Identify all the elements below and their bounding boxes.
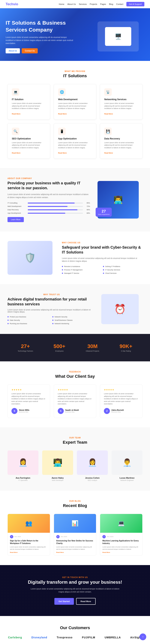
digital-label: WHY TRUST US [7, 294, 96, 296]
dt-feature-text-4: Running your Business [10, 323, 27, 324]
solutions-label: WHAT WE PROVIDE [7, 70, 143, 72]
blog-date-1: Nov 2024 [61, 536, 67, 538]
learn-more-button[interactable]: Learn More [7, 217, 24, 222]
solution-desc-4: Lorem ipsum dolor sit amet consectetur a… [58, 142, 92, 149]
author-name-0: Stevie Wills [19, 409, 29, 411]
progress-label-3: App Development [7, 212, 26, 214]
testimonial-text-2: Lorem ipsum dolor sit amet consectetur a… [104, 392, 139, 405]
dt-feature-5: Network Monitoring [52, 323, 96, 324]
solution-title-5: Data Recovery [104, 137, 138, 140]
progress-track-3 [28, 213, 83, 214]
nav-blog[interactable]: Blog [109, 3, 113, 5]
blog-date-0: Nov 2024 [14, 536, 21, 538]
stars-2: ★★★★★ [104, 388, 139, 391]
cyber-dot-2 [62, 269, 63, 270]
blog-image-0: 👥 [8, 514, 50, 533]
author-info-0: Stevie Wills Business Man [19, 409, 29, 413]
dt-feature-4: Running your Business [7, 323, 51, 324]
progress-fill-0 [28, 202, 75, 204]
solution-icon-4: 📱 [58, 128, 66, 135]
solution-title-0: IT Solution [12, 98, 46, 101]
blog-post-desc-0: Lorem ipsum dolor sit amet consectetur a… [10, 546, 48, 550]
dt-dot-2 [7, 320, 9, 321]
digital-description: Lorem ipsum dolor sit amet consectetur a… [7, 309, 96, 313]
blog-read-0[interactable]: Read More [10, 552, 48, 553]
solution-desc-1: Lorem ipsum dolor sit amet consectetur a… [58, 102, 92, 110]
nav-pages[interactable]: Pages [100, 3, 106, 5]
cta-label: GET IN TOUCH WITH US [7, 576, 143, 578]
nav-home[interactable]: Home [59, 3, 64, 5]
dt-feature-0: Protect your Business [7, 316, 51, 318]
author-2: Z Zahra Burnett Business Man [104, 408, 139, 414]
stat-1: 500+ Employees [53, 343, 65, 352]
cyber-label: WHY CHOOSE US [62, 242, 143, 244]
dt-dot-5 [52, 323, 53, 324]
solution-icon-2: 📡 [104, 88, 112, 96]
cyber-content: WHY CHOOSE US Safeguard your brand with … [62, 242, 143, 274]
blog-date-2: Nov 2024 [107, 536, 113, 538]
blog-section: OUR BLOG Recent Blog 👥 A Nov 2024 Sign U… [0, 491, 150, 565]
nav-projects[interactable]: Projects [90, 3, 97, 5]
customers-title: Our Customers [7, 626, 143, 630]
solution-link-4[interactable]: Read More [58, 152, 67, 154]
nav-about[interactable]: About Us [67, 3, 76, 5]
cyber-illustration: 🛡️ [7, 241, 56, 275]
hero-about-button[interactable]: About Us [6, 48, 20, 53]
blog-read-1[interactable]: Read More [56, 552, 94, 553]
dt-feature-text-2: Data Security [10, 319, 20, 321]
cta-read-more-button[interactable]: Read More [76, 598, 96, 605]
scroll-top-button[interactable]: ↑ [140, 634, 146, 640]
team-label: OUR TEAM [7, 437, 143, 439]
about-section: ABOUT OUR COMPANY Providing your busines… [0, 168, 150, 232]
cyber-feature-text-1: Solving IT Problems [105, 266, 120, 268]
progress-1: Web Development 72% [7, 206, 90, 207]
solution-link-0[interactable]: Read More [12, 113, 20, 115]
solution-link-2[interactable]: Read More [104, 113, 113, 115]
avatar-2: Z [104, 408, 110, 414]
cyber-feature-text-3: IT Security Services [105, 269, 120, 271]
dt-dot-1 [52, 316, 53, 318]
stars-0: ★★★★★ [11, 388, 46, 391]
blog-grid: 👥 A Nov 2024 Sign Up for a Safe Return t… [7, 514, 143, 556]
blog-content-1: B Nov 2024 Announcing Our New Smiles for… [54, 533, 96, 556]
customers-logos: Carlsberg Disneyland Trespresso FUJIFILM… [7, 636, 143, 644]
solution-link-1[interactable]: Read More [58, 113, 67, 115]
nav-cta-button[interactable]: Get A Support [126, 2, 145, 6]
stat-number-2: 30M [86, 343, 99, 349]
solutions-grid: 💻 IT Solution Lorem ipsum dolor sit amet… [7, 84, 143, 158]
cyber-feature-5: Cloud Services [103, 272, 143, 274]
team-photo-3: 👨‍💼 [112, 450, 143, 475]
stat-3: 90K+ 5 Star Rating [120, 343, 132, 352]
solution-link-5[interactable]: Read More [104, 152, 113, 154]
about-badge: 27 Years Experience [96, 208, 112, 217]
about-badge-number: 27 [98, 209, 110, 214]
progress-track-0 [28, 202, 83, 204]
blog-post-title-1: Announcing Our New Smiles for Success Ch… [56, 540, 94, 545]
team-grid: 👩‍💼 Ava Farrington IT Specialist 👨‍💻 Aar… [7, 450, 143, 481]
author-1: S Saadir ul Abedi Business Man [58, 408, 92, 414]
team-title: Expert Team [7, 440, 143, 445]
cyber-title: Safeguard your brand with Cyber-Security… [62, 245, 143, 255]
blog-image-1: 📊 [54, 514, 96, 533]
author-info-1: Saadir ul Abedi Business Man [65, 409, 79, 413]
customer-logo-3: FUJIFILM [82, 636, 95, 639]
stat-2: 30M Obtained Projects [86, 343, 99, 352]
cyber-dot-5 [103, 273, 104, 274]
progress-pct-2: 90% [84, 209, 90, 211]
blog-read-2[interactable]: Read More [102, 552, 140, 553]
solution-link-3[interactable]: Read More [12, 152, 20, 154]
nav-contact[interactable]: Contact [116, 3, 123, 5]
cta-get-started-button[interactable]: Get Started [54, 598, 74, 605]
digital-features: Protect your Business Network Security D… [7, 316, 96, 324]
dt-feature-3: Small Business Classes [52, 319, 96, 321]
solution-card-4: 📱 App Optimization Lorem ipsum dolor sit… [54, 123, 96, 159]
cyber-feature-text-4: Managed IT Service [64, 272, 79, 274]
blog-2: 💻 C Nov 2024 Machine Learning Applicatio… [100, 514, 143, 556]
customer-logo-0: Carlsberg [8, 636, 22, 639]
nav-services[interactable]: Services [79, 3, 87, 5]
progress-pct-1: 72% [84, 206, 90, 207]
digital-title: Achieve digital transformation for your … [7, 297, 96, 306]
hero-contact-button[interactable]: Contact Us [22, 48, 38, 53]
team-section: OUR TEAM Expert Team 👩‍💼 Ava Farrington … [0, 427, 150, 491]
testimonial-1: ★★★★★ Lorem ipsum dolor sit amet consect… [54, 384, 96, 418]
